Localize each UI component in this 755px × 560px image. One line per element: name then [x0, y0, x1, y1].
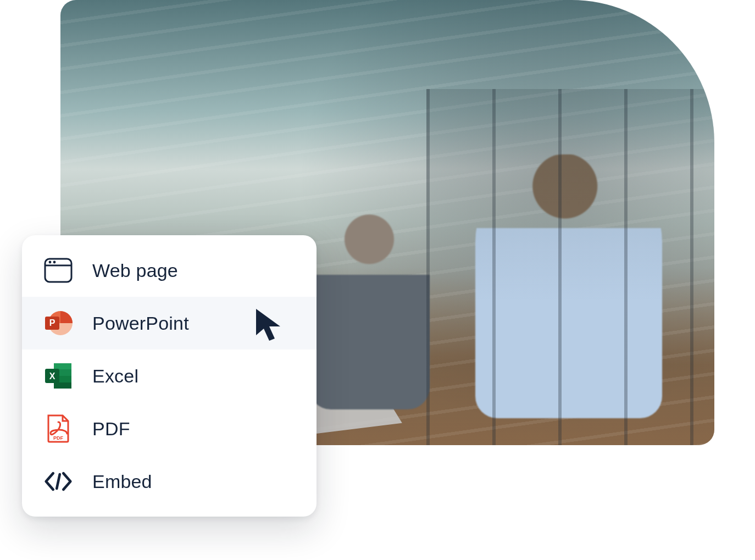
menu-item-excel[interactable]: X Excel	[22, 350, 317, 402]
export-menu: Web page P PowerPoint	[22, 235, 317, 517]
menu-item-embed[interactable]: Embed	[22, 455, 317, 508]
svg-text:X: X	[49, 372, 55, 381]
menu-item-label: PDF	[92, 418, 130, 440]
hero-person-right	[475, 154, 662, 418]
menu-item-webpage[interactable]: Web page	[22, 244, 317, 297]
svg-line-15	[57, 474, 60, 489]
menu-item-label: Web page	[92, 260, 178, 281]
menu-item-label: Excel	[92, 365, 138, 387]
cursor-icon	[253, 307, 284, 344]
svg-rect-11	[54, 382, 71, 389]
pdf-icon: PDF	[44, 414, 73, 443]
menu-item-pdf[interactable]: PDF PDF	[22, 402, 317, 455]
svg-text:P: P	[49, 318, 55, 328]
hero-person-left	[309, 212, 430, 409]
browser-icon	[44, 256, 73, 285]
menu-item-label: PowerPoint	[92, 313, 189, 334]
menu-item-powerpoint[interactable]: P PowerPoint	[22, 297, 317, 350]
menu-item-label: Embed	[92, 471, 152, 492]
code-icon	[44, 467, 73, 496]
excel-icon: X	[44, 362, 73, 390]
powerpoint-icon: P	[44, 309, 73, 337]
svg-rect-8	[54, 363, 71, 369]
svg-point-2	[49, 261, 52, 264]
svg-point-3	[53, 261, 56, 264]
svg-text:PDF: PDF	[53, 435, 64, 441]
